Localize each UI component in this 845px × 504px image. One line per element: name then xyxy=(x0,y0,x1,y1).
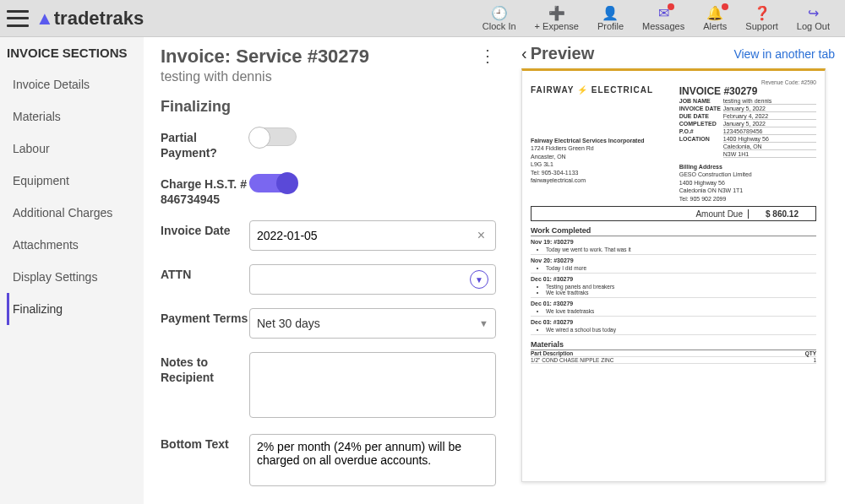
partial-payment-label: Partial Payment? xyxy=(161,127,249,160)
bottom-text-textarea[interactable]: 2% per month (24% per annum) will be cha… xyxy=(249,434,496,486)
invoice-date-label: Invoice Date xyxy=(161,220,249,239)
top-action-messages[interactable]: ✉Messages xyxy=(642,5,684,31)
notes-textarea[interactable] xyxy=(249,352,496,418)
top-action-logout[interactable]: ↪Log Out xyxy=(797,5,830,31)
payment-terms-value: Net 30 days xyxy=(257,317,320,330)
more-options-icon[interactable]: ⋮ xyxy=(479,46,496,66)
invoice-company-logo: FAIRWAY ⚡ ELECTRICAL xyxy=(531,85,679,95)
top-action-support[interactable]: ❓Support xyxy=(745,5,778,31)
notes-label: Notes to Recipient xyxy=(161,352,249,385)
messages-icon: ✉ xyxy=(658,5,669,21)
sidebar-item-invoice-details[interactable]: Invoice Details xyxy=(7,68,137,100)
payment-terms-label: Payment Terms xyxy=(161,308,249,327)
top-action-profile[interactable]: 👤Profile xyxy=(597,5,624,31)
charge-hst-label: Charge H.S.T. # 846734945 xyxy=(161,174,249,207)
top-action-add-expense[interactable]: ➕+ Expense xyxy=(535,5,579,31)
logout-icon: ↪ xyxy=(808,5,819,21)
attn-input[interactable] xyxy=(257,273,470,286)
sidebar-item-materials[interactable]: Materials xyxy=(7,100,137,133)
chevron-down-icon: ▼ xyxy=(479,318,488,328)
alerts-icon: 🔔 xyxy=(706,5,723,21)
preview-heading: Preview xyxy=(531,44,595,63)
add-expense-icon: ➕ xyxy=(548,5,565,21)
invoice-preview-document: Revenue Code: #2590 FAIRWAY ⚡ ELECTRICAL… xyxy=(521,68,826,482)
charge-hst-toggle[interactable] xyxy=(249,174,297,192)
attn-label: ATTN xyxy=(161,264,249,283)
attn-dropdown-icon[interactable]: ▼ xyxy=(470,270,488,289)
top-action-clock-in[interactable]: 🕘Clock In xyxy=(482,5,516,31)
back-chevron-icon[interactable]: ‹ xyxy=(521,44,527,63)
menu-icon[interactable] xyxy=(7,10,29,27)
brand-logo: ▲tradetraks xyxy=(35,8,144,30)
sidebar-heading: INVOICE SECTIONS xyxy=(7,46,137,60)
sidebar-item-additional-charges[interactable]: Additional Charges xyxy=(7,197,137,229)
partial-payment-toggle[interactable] xyxy=(249,127,297,146)
support-icon: ❓ xyxy=(754,5,771,21)
clock-in-icon: 🕘 xyxy=(491,5,508,21)
page-subtitle: testing with dennis xyxy=(161,69,369,84)
sidebar-item-display-settings[interactable]: Display Settings xyxy=(7,261,137,293)
top-action-alerts[interactable]: 🔔Alerts xyxy=(703,5,727,31)
sidebar-item-equipment[interactable]: Equipment xyxy=(7,165,137,197)
view-in-new-tab-link[interactable]: View in another tab xyxy=(733,47,835,61)
clear-date-icon[interactable]: × xyxy=(474,228,488,243)
sidebar-item-finalizing[interactable]: Finalizing xyxy=(7,293,137,325)
invoice-number-heading: INVOICE #30279 xyxy=(679,85,816,97)
bottom-text-label: Bottom Text xyxy=(161,434,249,453)
sidebar-item-attachments[interactable]: Attachments xyxy=(7,229,137,261)
profile-icon: 👤 xyxy=(602,5,619,21)
payment-terms-select[interactable]: Net 30 days ▼ xyxy=(249,308,496,339)
invoice-date-input[interactable] xyxy=(257,229,474,242)
page-title: Invoice: Service #30279 xyxy=(161,46,369,68)
sidebar-item-labour[interactable]: Labour xyxy=(7,133,137,165)
amount-due-value: $ 860.12 xyxy=(748,209,815,219)
section-heading: Finalizing xyxy=(161,98,496,116)
